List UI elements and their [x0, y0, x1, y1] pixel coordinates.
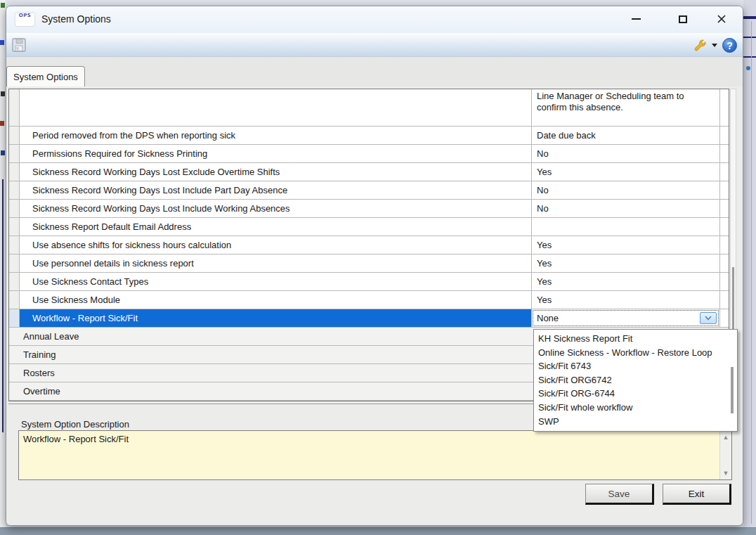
table-row[interactable]: Sickness Record Working Days Lost Exclud…: [9, 163, 729, 181]
tab-system-options[interactable]: System Options: [6, 66, 85, 86]
background-divider: [2, 179, 4, 432]
background-icon: [1, 91, 5, 96]
combo-editor[interactable]: None: [533, 310, 719, 326]
table-row[interactable]: Use personnel details in sickness report…: [9, 254, 729, 273]
description-box[interactable]: Workflow - Report Sick/Fit: [18, 430, 732, 480]
toolbar-right-group: [693, 33, 737, 57]
workflow-value-editor[interactable]: None: [532, 309, 720, 327]
row-header-cell: [9, 254, 20, 272]
title-bar: System Options: [6, 6, 743, 33]
option-name-cell[interactable]: Use absence shifts for sickness hours ca…: [20, 236, 532, 254]
row-header-cell: [9, 273, 20, 290]
option-name-cell[interactable]: Sickness Record Working Days Lost Includ…: [20, 181, 532, 199]
option-value-cell[interactable]: No: [532, 200, 720, 217]
table-row[interactable]: Use Sickness Contact Types Yes: [9, 273, 729, 291]
option-name-cell[interactable]: Sickness Record Working Days Lost Includ…: [20, 200, 532, 217]
close-button[interactable]: [710, 8, 733, 30]
row-header-cell: [9, 200, 20, 217]
dropdown-option[interactable]: Sick/Fit whole workflow: [534, 401, 737, 415]
workflow-dropdown-popup: KH Sickness Report Fit Online Sickness -…: [533, 329, 738, 432]
option-value-cell[interactable]: No: [532, 145, 720, 162]
row-header-cell: [9, 145, 20, 162]
table-row[interactable]: Use Sickness Module Yes: [9, 291, 729, 309]
tab-strip: System Options: [6, 57, 743, 86]
app-logo-icon: [15, 13, 34, 26]
option-name-cell[interactable]: Sickness Record Working Days Lost Exclud…: [20, 163, 532, 181]
table-row[interactable]: Permissions Required for Sickness Printi…: [9, 145, 729, 163]
description-scrollbar[interactable]: [719, 431, 731, 479]
row-header-cell: [9, 127, 20, 144]
scroll-down-icon[interactable]: [720, 468, 731, 479]
background-app-left: [0, 0, 6, 527]
option-name-cell[interactable]: Permissions Required for Sickness Printi…: [20, 145, 532, 162]
table-row[interactable]: Period removed from the DPS when reporti…: [9, 127, 729, 145]
save-button[interactable]: Save: [585, 484, 654, 505]
category-label: Rosters: [23, 368, 55, 378]
dropdown-option[interactable]: Sick/Fit ORG6742: [534, 373, 737, 387]
background-app-right: [743, 0, 756, 535]
minimize-icon: [632, 18, 641, 20]
background-icon: [0, 40, 4, 45]
row-header-cell: [9, 309, 20, 327]
chevron-down-icon: [705, 316, 712, 321]
option-name-cell[interactable]: Workflow - Report Sick/Fit: [20, 309, 532, 327]
category-label: Annual Leave: [23, 331, 79, 342]
option-value-cell[interactable]: Line Manager or Scheduling team to confi…: [532, 89, 720, 126]
option-value-cell[interactable]: Yes: [532, 291, 720, 309]
settings-dropdown-caret-icon[interactable]: [712, 44, 717, 47]
dropdown-scrollbar-thumb[interactable]: [731, 367, 734, 413]
option-name-cell[interactable]: Sickness Report Default Email Address: [20, 218, 532, 236]
table-row[interactable]: Sickness Record Working Days Lost Includ…: [9, 200, 729, 218]
window-title: System Options: [41, 6, 111, 32]
option-value-cell[interactable]: Date due back: [532, 127, 720, 144]
minimize-button[interactable]: [625, 8, 647, 30]
option-value-cell[interactable]: Yes: [532, 273, 720, 290]
dropdown-option[interactable]: Online Sickness - Workflow - Restore Loo…: [534, 346, 737, 360]
system-options-dialog: System Options System Options: [6, 6, 743, 526]
row-header-cell: [9, 163, 20, 181]
option-name-cell[interactable]: Period removed from the DPS when reporti…: [20, 127, 532, 144]
background-icon: [746, 66, 750, 70]
option-name-cell[interactable]: Use personnel details in sickness report: [20, 254, 532, 272]
row-header-cell: [9, 218, 20, 236]
category-label: Training: [23, 349, 56, 360]
table-row-selected[interactable]: Workflow - Report Sick/Fit None: [9, 309, 729, 328]
exit-button[interactable]: Exit: [663, 484, 731, 505]
dropdown-option[interactable]: Sick/Fit ORG-6744: [534, 387, 737, 401]
option-value-cell[interactable]: Yes: [532, 254, 720, 272]
option-value-cell[interactable]: [532, 218, 720, 236]
dropdown-option[interactable]: SWP: [534, 415, 737, 429]
table-row[interactable]: Line Manager or Scheduling team to confi…: [9, 89, 729, 127]
tab-label: System Options: [13, 72, 78, 82]
table-row[interactable]: Sickness Record Working Days Lost Includ…: [9, 181, 729, 200]
toolbar: [6, 33, 743, 57]
table-row[interactable]: Sickness Report Default Email Address: [9, 218, 729, 236]
settings-wrench-icon[interactable]: [693, 39, 707, 52]
option-name-cell[interactable]: Use Sickness Module: [20, 291, 532, 309]
description-text: Workflow - Report Sick/Fit: [23, 434, 129, 444]
combo-dropdown-button[interactable]: [700, 312, 717, 324]
option-name-cell[interactable]: Use Sickness Contact Types: [20, 273, 532, 290]
save-icon[interactable]: [11, 37, 27, 53]
scroll-up-icon[interactable]: [720, 432, 731, 443]
maximize-icon: [679, 15, 687, 23]
category-label: Overtime: [23, 386, 60, 397]
background-grid-line: [743, 37, 756, 38]
dropdown-option[interactable]: KH Sickness Report Fit: [534, 332, 737, 346]
help-icon[interactable]: [722, 38, 737, 53]
dropdown-option[interactable]: Sick/Fit 6743: [534, 359, 737, 373]
background-icon: [1, 3, 5, 8]
table-row[interactable]: Use absence shifts for sickness hours ca…: [9, 236, 729, 254]
background-window-edge: [751, 21, 752, 524]
option-name-cell[interactable]: [20, 89, 532, 126]
close-icon: [717, 14, 726, 24]
description-label: System Option Description: [21, 419, 129, 430]
row-header-cell: [9, 89, 20, 126]
option-value-cell[interactable]: Yes: [532, 163, 720, 181]
combo-selected-value: None: [533, 313, 559, 323]
background-icon: [0, 121, 4, 126]
maximize-button[interactable]: [672, 8, 694, 30]
background-grid-line: [743, 16, 756, 19]
option-value-cell[interactable]: Yes: [532, 236, 720, 254]
option-value-cell[interactable]: No: [532, 181, 720, 199]
